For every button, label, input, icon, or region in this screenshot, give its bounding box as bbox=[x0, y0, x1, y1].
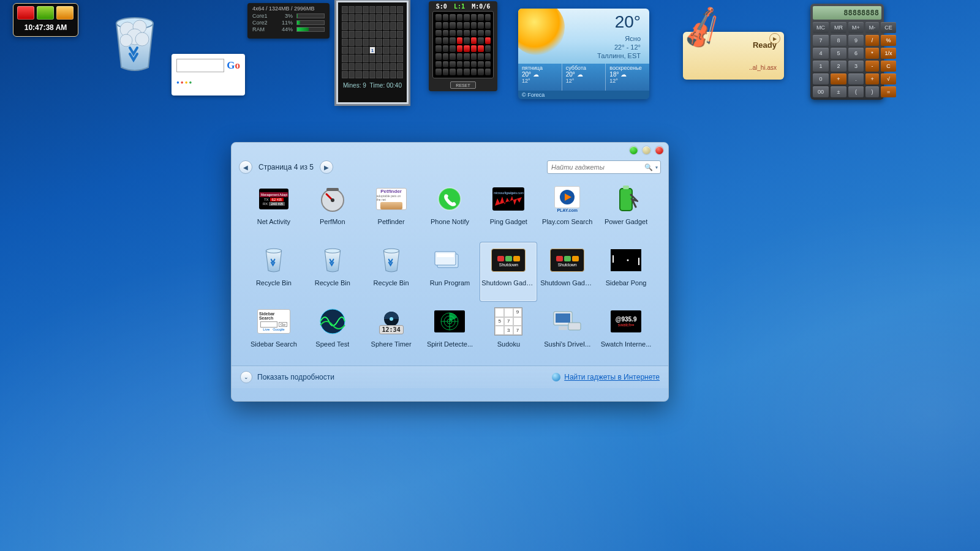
mine-cell[interactable] bbox=[369, 63, 375, 70]
prev-page-button[interactable]: ◀ bbox=[239, 160, 252, 174]
mine-cell[interactable] bbox=[390, 39, 396, 46]
calc-key[interactable]: 3 bbox=[848, 61, 864, 72]
brick-cell[interactable] bbox=[471, 30, 477, 37]
brick-cell[interactable] bbox=[443, 69, 449, 75]
brick-cell[interactable] bbox=[443, 30, 449, 37]
google-search-input[interactable] bbox=[176, 59, 224, 72]
weather-gadget[interactable]: 20° Ясно 22° - 12° Таллинн, EST пятница2… bbox=[518, 9, 649, 99]
mine-cell[interactable] bbox=[342, 6, 348, 13]
gadget-item-timer[interactable]: 12:34Sphere Timer bbox=[363, 303, 420, 363]
gadget-item-sbsearch[interactable]: Sidebar SearchGoLive GoogleSidebar Searc… bbox=[245, 303, 303, 363]
gallery-search-input[interactable] bbox=[550, 163, 644, 171]
gadget-item-bin[interactable]: Recycle Bin bbox=[304, 242, 361, 302]
brick-cell[interactable] bbox=[450, 53, 456, 60]
brick-cell[interactable] bbox=[464, 45, 470, 52]
brick-cell[interactable] bbox=[485, 53, 491, 60]
calc-key[interactable]: MC bbox=[813, 22, 829, 33]
brick-cell[interactable] bbox=[464, 14, 470, 21]
window-maximize-button[interactable] bbox=[643, 146, 650, 154]
mine-cell[interactable] bbox=[397, 39, 403, 46]
mine-cell[interactable] bbox=[376, 71, 382, 78]
mine-cell[interactable] bbox=[390, 6, 396, 13]
brick-cell[interactable] bbox=[435, 53, 442, 60]
mine-cell[interactable] bbox=[349, 39, 355, 46]
forecast-day[interactable]: пятница20° ☁12° bbox=[518, 64, 562, 91]
brick-cell[interactable] bbox=[435, 30, 442, 37]
calc-key[interactable]: 8 bbox=[831, 35, 846, 46]
mine-cell[interactable] bbox=[342, 63, 348, 70]
brick-cell[interactable] bbox=[471, 22, 477, 29]
brick-cell[interactable] bbox=[435, 45, 442, 52]
mine-cell[interactable] bbox=[363, 63, 369, 70]
mine-cell[interactable] bbox=[376, 31, 382, 38]
mine-cell[interactable] bbox=[397, 14, 403, 21]
gadget-item-speed[interactable]: Speed Test bbox=[304, 303, 361, 363]
calc-key[interactable]: 4 bbox=[813, 48, 829, 59]
mine-cell[interactable] bbox=[369, 71, 375, 78]
brick-cell[interactable] bbox=[457, 45, 463, 52]
mine-cell[interactable] bbox=[363, 47, 369, 54]
calc-key[interactable]: 1/x bbox=[881, 48, 896, 59]
brick-cell[interactable] bbox=[485, 69, 491, 75]
brick-cell[interactable] bbox=[471, 14, 477, 21]
brick-cell[interactable] bbox=[485, 45, 491, 52]
gadget-item-battery[interactable]: Power Gadget bbox=[597, 181, 655, 241]
brick-cell[interactable] bbox=[464, 69, 470, 75]
mine-cell[interactable] bbox=[342, 22, 348, 29]
gadget-item-pong[interactable]: Sidebar Pong bbox=[597, 242, 655, 302]
brick-cell[interactable] bbox=[450, 69, 456, 75]
gadget-item-netactivity[interactable]: Management AdaptTX62 KBRX240 KBNet Activ… bbox=[245, 181, 303, 241]
cpu-meter-gadget[interactable]: 4x64 / 1324MB / 2996MB Core13%Core211%RA… bbox=[247, 3, 330, 39]
brick-cell[interactable] bbox=[478, 22, 484, 29]
gadget-item-bin[interactable]: Recycle Bin bbox=[245, 242, 303, 302]
mine-cell[interactable] bbox=[397, 47, 403, 54]
calc-key[interactable]: 00 bbox=[813, 86, 829, 97]
gadget-gallery-window[interactable]: ◀ Страница 4 из 5 ▶ 🔍 ▾ Management Adapt… bbox=[231, 142, 669, 402]
calc-key[interactable]: ( bbox=[848, 86, 864, 97]
calc-key[interactable]: 9 bbox=[848, 35, 864, 46]
brick-cell[interactable] bbox=[443, 37, 449, 44]
mine-cell[interactable] bbox=[369, 31, 375, 38]
minesweeper-gadget[interactable]: 1 Mines: 9 Time: 00:40 bbox=[336, 1, 409, 104]
calc-key[interactable]: = bbox=[881, 86, 896, 97]
mine-cell[interactable] bbox=[342, 71, 348, 78]
mine-cell[interactable] bbox=[349, 14, 355, 21]
find-gadgets-online-link[interactable]: Найти гаджеты в Интернете bbox=[564, 373, 660, 381]
mine-cell[interactable] bbox=[376, 47, 382, 54]
calc-key[interactable]: - bbox=[865, 61, 880, 72]
gadget-item-radar[interactable]: Spirit Detecte... bbox=[421, 303, 479, 363]
brick-cell[interactable] bbox=[478, 30, 484, 37]
brick-cell[interactable] bbox=[485, 22, 491, 29]
mine-cell[interactable] bbox=[383, 22, 389, 29]
mine-cell[interactable] bbox=[397, 22, 403, 29]
gadget-item-shutdown[interactable]: ShutdownShutdown Gadget bbox=[480, 242, 537, 302]
search-dropdown-icon[interactable]: ▾ bbox=[655, 165, 658, 170]
calc-key[interactable]: + bbox=[865, 73, 880, 84]
forecast-day[interactable]: суббота20° ☁12° bbox=[562, 64, 606, 91]
window-close-button[interactable] bbox=[655, 146, 663, 154]
search-icon[interactable]: 🔍 bbox=[644, 163, 653, 171]
mine-cell[interactable] bbox=[355, 47, 361, 54]
mine-cell[interactable] bbox=[369, 39, 375, 46]
brick-cell[interactable] bbox=[478, 45, 484, 52]
mine-cell[interactable] bbox=[363, 54, 369, 62]
brick-cell[interactable] bbox=[485, 30, 491, 37]
brick-cell[interactable] bbox=[478, 53, 484, 60]
brick-reset-button[interactable]: RESET bbox=[450, 81, 476, 89]
mine-cell[interactable] bbox=[397, 31, 403, 38]
mine-cell[interactable] bbox=[390, 14, 396, 21]
brick-cell[interactable] bbox=[450, 22, 456, 29]
expand-details-button[interactable]: ⌄ bbox=[240, 371, 252, 383]
brick-cell[interactable] bbox=[471, 53, 477, 60]
brick-cell[interactable] bbox=[443, 53, 449, 60]
lock-button[interactable] bbox=[56, 6, 74, 20]
mine-cell[interactable] bbox=[355, 6, 361, 13]
mine-cell[interactable] bbox=[363, 71, 369, 78]
calc-key[interactable]: C bbox=[881, 61, 896, 72]
mine-cell[interactable] bbox=[342, 54, 348, 62]
brick-cell[interactable] bbox=[435, 22, 442, 29]
calc-key[interactable]: + bbox=[831, 73, 846, 84]
show-details-label[interactable]: Показать подробности bbox=[257, 373, 334, 381]
mine-cell[interactable] bbox=[390, 63, 396, 70]
mine-cell[interactable] bbox=[355, 22, 361, 29]
